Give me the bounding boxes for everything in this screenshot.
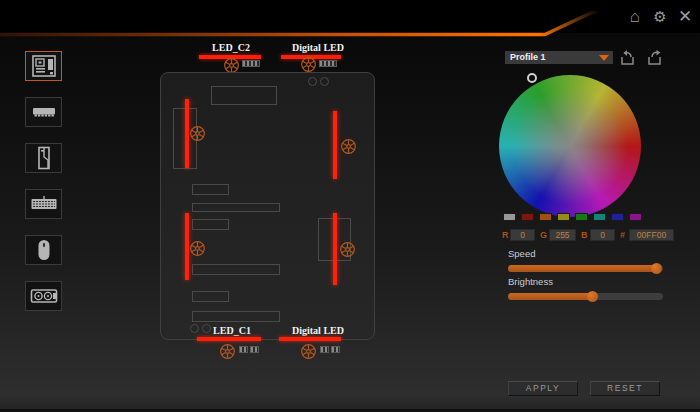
digital-led-bottom-fan-icon[interactable] xyxy=(300,343,317,360)
g-label: G xyxy=(540,230,547,240)
close-icon[interactable]: ✕ xyxy=(676,8,694,26)
window-controls: ⌂ ⚙ ✕ xyxy=(626,8,694,26)
digital-led-bottom-header-icon[interactable] xyxy=(320,346,340,353)
header-led-c1: LED_C1 xyxy=(197,325,267,336)
digital-led-top-header-icon[interactable] xyxy=(319,60,337,67)
graphics-card-icon xyxy=(30,284,58,308)
sidebar-item-motherboard[interactable] xyxy=(25,51,62,81)
motherboard-diagram[interactable] xyxy=(160,72,375,340)
sidebar-item-pc-case[interactable] xyxy=(25,143,62,173)
digital-led-bottom-bar xyxy=(279,337,341,341)
import-profile-icon[interactable] xyxy=(619,49,637,67)
brightness-slider-knob[interactable] xyxy=(587,291,598,302)
swatch-orange[interactable] xyxy=(539,213,552,221)
slot-1 xyxy=(192,184,229,195)
swatch-yellow[interactable] xyxy=(557,213,570,221)
reset-button[interactable]: RESET xyxy=(590,381,660,396)
header-digital-led-top: Digital LED xyxy=(283,42,353,53)
board-fan-icon-1[interactable] xyxy=(189,125,206,142)
brightness-label: Brightness xyxy=(508,276,553,287)
home-icon[interactable]: ⌂ xyxy=(626,8,644,26)
profile-dropdown[interactable]: Profile 1 xyxy=(505,51,613,64)
speed-slider[interactable] xyxy=(508,265,663,272)
cpu-socket xyxy=(211,86,277,105)
swatch-purple[interactable] xyxy=(629,213,642,221)
memory-icon xyxy=(31,100,57,124)
motherboard-icon xyxy=(31,54,57,78)
rgb-fusion-window: ⌂ ⚙ ✕ xyxy=(0,0,700,412)
speed-slider-knob[interactable] xyxy=(651,263,662,274)
profile-dropdown-value: Profile 1 xyxy=(510,52,546,62)
led-strip-right-top[interactable] xyxy=(333,111,337,179)
b-label: B xyxy=(581,230,588,240)
board-fan-icon-3[interactable] xyxy=(189,240,206,257)
apply-button[interactable]: APPLY xyxy=(508,381,578,396)
swatch-gray[interactable] xyxy=(503,213,516,221)
led-c1-header-icon[interactable] xyxy=(239,346,259,353)
swatch-blue[interactable] xyxy=(611,213,624,221)
brightness-slider[interactable] xyxy=(508,293,663,300)
sidebar-item-memory[interactable] xyxy=(25,97,62,127)
g-value-field[interactable]: 255 xyxy=(549,229,576,241)
keyboard-icon xyxy=(30,192,58,216)
led-strip-right-bottom[interactable] xyxy=(333,213,337,285)
slot-2 xyxy=(192,203,280,212)
sidebar-item-mouse[interactable] xyxy=(25,235,62,265)
led-c2-header-icon[interactable] xyxy=(242,60,260,67)
b-value-field[interactable]: 0 xyxy=(590,229,615,241)
hex-value-field[interactable]: 00FF00 xyxy=(629,229,674,241)
slot-6 xyxy=(192,311,280,322)
gear-icon[interactable]: ⚙ xyxy=(651,8,669,26)
device-sidebar xyxy=(25,51,62,311)
board-fan-icon-4[interactable] xyxy=(339,241,356,258)
board-dots-top xyxy=(308,77,329,86)
swatch-green[interactable] xyxy=(575,213,588,221)
slot-4 xyxy=(192,264,280,275)
hex-label: # xyxy=(620,230,625,240)
r-label: R xyxy=(502,230,509,240)
swatch-red[interactable] xyxy=(521,213,534,221)
r-value-field[interactable]: 0 xyxy=(510,229,535,241)
board-fan-icon-2[interactable] xyxy=(340,138,357,155)
chevron-down-icon xyxy=(599,55,609,61)
color-swatches xyxy=(503,213,642,221)
speed-label: Speed xyxy=(508,248,535,259)
digital-led-top-fan-icon[interactable] xyxy=(300,56,317,73)
speed-slider-fill xyxy=(508,265,657,272)
sidebar-item-keyboard[interactable] xyxy=(25,189,62,219)
sidebar-item-graphics-card[interactable] xyxy=(25,281,62,311)
swatch-teal[interactable] xyxy=(593,213,606,221)
color-wheel[interactable] xyxy=(499,75,641,217)
header-led-c2: LED_C2 xyxy=(196,42,266,53)
color-wheel-selector[interactable] xyxy=(527,73,537,83)
title-bar xyxy=(0,0,700,33)
export-profile-icon[interactable] xyxy=(646,49,664,67)
brightness-slider-fill xyxy=(508,293,593,300)
led-c1-bar xyxy=(197,337,261,341)
pc-case-icon xyxy=(31,146,57,170)
slot-3 xyxy=(192,219,229,230)
mouse-icon xyxy=(31,238,57,262)
header-digital-led-bottom: Digital LED xyxy=(283,325,353,336)
slot-5 xyxy=(192,291,229,302)
led-c1-fan-icon[interactable] xyxy=(219,343,236,360)
